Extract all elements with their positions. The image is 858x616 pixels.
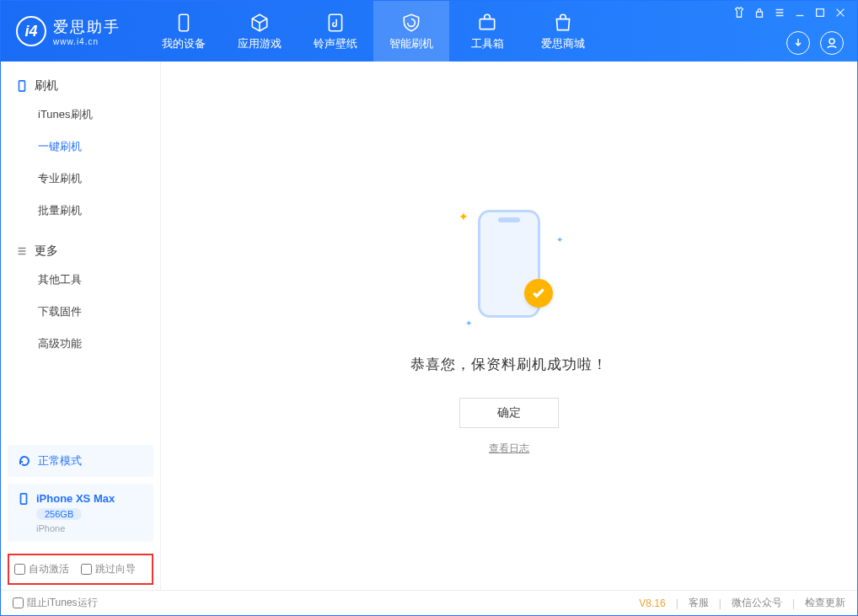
skip-guide-checkbox[interactable]: 跳过向导 [81,562,136,576]
svg-rect-0 [180,14,189,31]
nav-label: 智能刷机 [389,36,433,51]
device-storage-badge: 256GB [36,508,82,520]
nav-store[interactable]: 爱思商城 [525,1,601,62]
refresh-icon [18,454,31,468]
footer-link-wechat[interactable]: 微信公众号 [732,596,782,610]
device-name: iPhone XS Max [36,492,115,505]
phone-icon [18,493,29,505]
nav-ringtones-wallpapers[interactable]: 铃声壁纸 [298,1,373,62]
svg-rect-6 [19,81,25,91]
checkbox-label: 阻止iTunes运行 [27,596,98,610]
bag-icon [552,11,574,35]
sparkle-icon: ✦ [465,319,472,328]
sidebar-head-label: 刷机 [35,78,58,94]
sidebar-section-more: 更多 其他工具 下载固件 高级功能 [1,227,160,360]
sidebar-item-batch-flash[interactable]: 批量刷机 [1,195,160,227]
svg-rect-7 [21,493,27,503]
check-badge-icon [524,279,553,308]
nav-my-device[interactable]: 我的设备 [146,1,222,62]
device-type: iPhone [36,523,143,533]
shield-refresh-icon [400,11,422,35]
logo[interactable]: i4 爱思助手 www.i4.cn [1,16,136,46]
main-content: ✦ ✦ ✦ 恭喜您，保资料刷机成功啦！ 确定 查看日志 [161,62,857,590]
minimize-icon[interactable] [793,6,807,19]
sidebar-item-other-tools[interactable]: 其他工具 [1,264,160,296]
footer-link-update[interactable]: 检查更新 [805,596,845,610]
nav-toolbox[interactable]: 工具箱 [449,1,525,62]
svg-rect-3 [757,12,763,17]
toolbox-icon [476,11,498,35]
download-button[interactable] [786,31,810,55]
view-log-link[interactable]: 查看日志 [489,442,529,456]
header-action-circles [786,31,844,55]
options-row: 自动激活 跳过向导 [8,554,153,585]
sidebar-head-label: 更多 [35,244,58,259]
nav-label: 我的设备 [162,36,206,51]
main-nav: 我的设备 应用游戏 铃声壁纸 智能刷机 工具箱 爱思商城 [146,1,601,62]
svg-rect-1 [329,14,341,31]
sidebar: 刷机 iTunes刷机 一键刷机 专业刷机 批量刷机 更多 其他工具 下载固件 … [1,62,161,590]
nav-smart-flash[interactable]: 智能刷机 [373,1,449,62]
sparkle-icon: ✦ [458,210,469,223]
logo-icon: i4 [16,16,46,46]
nav-label: 工具箱 [471,36,504,51]
svg-rect-4 [817,9,824,17]
body: 刷机 iTunes刷机 一键刷机 专业刷机 批量刷机 更多 其他工具 下载固件 … [1,62,857,590]
cube-icon [249,11,271,35]
auto-activate-checkbox[interactable]: 自动激活 [14,562,69,576]
version-label: V8.16 [639,597,665,609]
maximize-icon[interactable] [813,6,827,19]
sidebar-item-download-firmware[interactable]: 下载固件 [1,296,160,328]
close-icon[interactable] [834,6,847,19]
sparkle-icon: ✦ [556,235,563,244]
mode-label: 正常模式 [38,453,82,469]
checkbox-label: 自动激活 [29,562,69,576]
mode-box[interactable]: 正常模式 [8,445,153,477]
logo-text: 爱思助手 www.i4.cn [53,17,121,46]
window-controls [732,6,847,19]
music-file-icon [324,11,346,35]
footer-link-support[interactable]: 客服 [689,596,709,610]
nav-label: 爱思商城 [541,36,585,51]
sidebar-head-flash[interactable]: 刷机 [1,73,160,99]
app-url: www.i4.cn [53,37,121,46]
device-box[interactable]: iPhone XS Max 256GB iPhone [8,484,153,542]
lock-icon[interactable] [753,6,766,19]
nav-apps-games[interactable]: 应用游戏 [222,1,298,62]
user-button[interactable] [820,31,844,55]
phone-icon [16,80,28,92]
sidebar-section-flash: 刷机 iTunes刷机 一键刷机 专业刷机 批量刷机 [1,62,160,227]
block-itunes-checkbox[interactable]: 阻止iTunes运行 [13,596,98,610]
nav-label: 应用游戏 [238,36,282,51]
svg-rect-2 [480,19,494,29]
sidebar-item-pro-flash[interactable]: 专业刷机 [1,163,160,195]
shirt-icon[interactable] [732,6,746,19]
checkbox-label: 跳过向导 [95,562,136,576]
nav-label: 铃声壁纸 [314,36,357,51]
status-bar: 阻止iTunes运行 V8.16 | 客服 | 微信公众号 | 检查更新 [1,590,857,615]
device-icon [173,11,195,35]
menu-icon[interactable] [773,6,786,19]
sidebar-item-itunes-flash[interactable]: iTunes刷机 [1,99,160,131]
confirm-button[interactable]: 确定 [459,398,559,428]
sidebar-item-advanced[interactable]: 高级功能 [1,328,160,360]
app-name: 爱思助手 [53,17,121,37]
success-message: 恭喜您，保资料刷机成功啦！ [410,355,608,374]
sidebar-item-oneclick-flash[interactable]: 一键刷机 [1,131,160,163]
sidebar-head-more[interactable]: 更多 [1,238,160,264]
svg-point-5 [829,39,834,44]
list-icon [16,245,28,257]
title-bar: i4 爱思助手 www.i4.cn 我的设备 应用游戏 铃声壁纸 智能刷机 工具… [1,1,857,62]
success-illustration: ✦ ✦ ✦ [450,196,568,331]
